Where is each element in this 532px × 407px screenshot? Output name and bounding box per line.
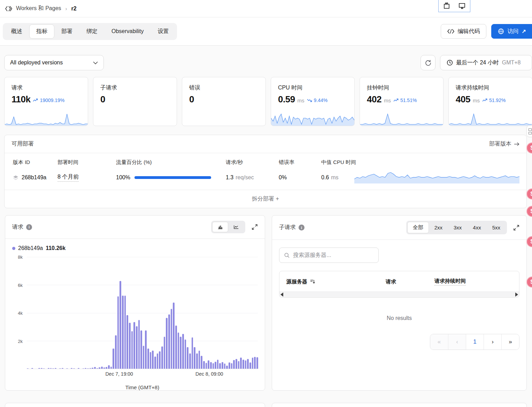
- requests-panel: 请求 i: [5, 215, 265, 391]
- chart-type-toggle: [211, 221, 245, 233]
- deployments-panel: 可用部署 部署版本 版本 ID 部署时间 流量百分比 (%) 请求/秒 错误率 …: [4, 135, 527, 208]
- info-icon[interactable]: i: [299, 225, 304, 230]
- y-axis: 8k 6k 4k 2k: [12, 257, 27, 369]
- traffic-progress-bar: [134, 176, 211, 179]
- visit-button[interactable]: 访问 ↗: [491, 24, 532, 39]
- tab-overview[interactable]: 概述: [4, 24, 29, 39]
- deployments-title: 可用部署: [11, 140, 34, 148]
- req-per-sec-value: 1.3: [226, 174, 233, 181]
- tab-settings[interactable]: 设置: [151, 24, 176, 39]
- metric-label: 请求: [11, 84, 81, 92]
- version-id-value[interactable]: 268b149a: [22, 174, 46, 181]
- next-page-button[interactable]: ›: [484, 334, 501, 350]
- col-version-id: 版本 ID: [13, 159, 57, 166]
- legend-series-total: 110.26k: [46, 245, 65, 251]
- metric-value: 110k: [11, 94, 30, 105]
- extension-toolbar: [438, 0, 470, 12]
- clock-icon: [447, 60, 453, 66]
- median-cpu-value: 0.6: [321, 174, 329, 181]
- clip-capture-button[interactable]: [440, 1, 453, 11]
- deployed-at-value[interactable]: 8 个月前: [57, 173, 79, 182]
- filter-2xx[interactable]: 2xx: [429, 222, 448, 233]
- refresh-button[interactable]: [421, 55, 435, 70]
- filter-5xx[interactable]: 5xx: [487, 222, 506, 233]
- first-page-button[interactable]: «: [430, 334, 448, 350]
- col-duration[interactable]: 请求持续时间: [434, 278, 466, 285]
- scroll-right-arrow[interactable]: [515, 292, 518, 297]
- timezone-label: GMT+8: [502, 60, 521, 66]
- breadcrumb-app[interactable]: Workers 和 Pages: [16, 5, 61, 12]
- origin-search-input[interactable]: [293, 252, 373, 258]
- cpu-sparkline: [271, 113, 354, 126]
- requests-panel-title: 请求: [12, 224, 23, 231]
- error-rate-value: 0%: [279, 174, 321, 181]
- plus-icon: +: [276, 196, 279, 202]
- empty-state-text: No results: [279, 315, 519, 321]
- tab-deployments[interactable]: 部署: [54, 24, 79, 39]
- requests-xticks: Dec 7, 19:00Dec 8, 09:00: [27, 369, 258, 377]
- side-panel-tab[interactable]: [526, 125, 532, 137]
- filter-all[interactable]: 全部: [407, 222, 429, 233]
- deployments-table: 版本 ID 部署时间 流量百分比 (%) 请求/秒 错误率 中值 CPU 时间 …: [5, 153, 526, 190]
- breadcrumb-bar: Workers 和 Pages › r2: [0, 0, 532, 17]
- bottom-panels: 请求 i: [5, 215, 532, 391]
- bar-chart-toggle[interactable]: [212, 222, 228, 232]
- metric-value: 402: [367, 94, 381, 105]
- last-page-button[interactable]: »: [501, 334, 519, 350]
- edit-code-button[interactable]: 编辑代码: [441, 24, 486, 39]
- tab-row: 概述 指标 部署 绑定 Observability 设置 编辑代码 访问 ↗: [0, 17, 532, 46]
- main-content: All deployed versions 最后一个 24 小时 GMT+8: [0, 55, 532, 391]
- pagination: « ‹ 1 › »: [430, 334, 519, 350]
- col-origin[interactable]: 源服务器: [286, 279, 307, 285]
- scroll-left-arrow[interactable]: [280, 292, 283, 297]
- split-deployment-button[interactable]: 拆分部署 +: [5, 190, 526, 208]
- expand-subrequests-icon[interactable]: [513, 225, 519, 231]
- filter-3xx[interactable]: 3xx: [448, 222, 467, 233]
- sort-icon[interactable]: [310, 279, 315, 284]
- prev-page-button[interactable]: ‹: [448, 334, 466, 350]
- requests-bar-chart: 8k 6k 4k 2k: [12, 257, 258, 369]
- metric-card-subrequests: 子请求 0: [93, 77, 177, 126]
- plot-area: [27, 257, 258, 369]
- globe-icon: [498, 28, 504, 34]
- subrequests-panel: 子请求 i 全部 2xx 3xx 4xx 5xx: [272, 215, 527, 391]
- code-icon: [447, 29, 454, 34]
- version-filter-select[interactable]: All deployed versions: [4, 55, 104, 70]
- tab-metrics[interactable]: 指标: [29, 24, 54, 39]
- col-error-rate: 错误率: [279, 159, 321, 166]
- info-icon[interactable]: i: [26, 224, 32, 230]
- line-chart-toggle[interactable]: [228, 222, 244, 232]
- metric-card-cpu-time: CPU 时间 0.59 ms 9.44%: [271, 77, 355, 126]
- col-requests[interactable]: 请求: [386, 278, 434, 285]
- metric-value: 405: [456, 94, 470, 105]
- partial-panel-right: [272, 403, 527, 407]
- filter-4xx[interactable]: 4xx: [467, 222, 486, 233]
- x-axis-title: Time (GMT+8): [12, 384, 258, 390]
- metric-value: 0: [189, 94, 194, 105]
- tab-observability[interactable]: Observability: [105, 25, 151, 38]
- bar-chart-icon: [218, 224, 223, 230]
- screen-capture-button[interactable]: [455, 1, 469, 11]
- metric-card-requests: 请求 110k 19009.19%: [4, 77, 88, 126]
- expand-requests-icon[interactable]: [252, 224, 258, 230]
- tab-bindings[interactable]: 绑定: [79, 24, 105, 39]
- partial-panel-left: [5, 403, 265, 407]
- metric-value: 0.59: [278, 94, 295, 105]
- version-layers-icon: [13, 175, 18, 180]
- metric-label: 挂钟时间: [367, 84, 436, 92]
- chevron-down-icon: [93, 61, 98, 64]
- metric-unit: ms: [384, 97, 391, 103]
- search-icon: [284, 252, 290, 258]
- current-page-indicator: 1: [466, 334, 484, 350]
- metric-label: CPU 时间: [278, 84, 347, 92]
- deploy-versions-link[interactable]: 部署版本: [489, 140, 519, 148]
- requests-bars: [27, 257, 258, 369]
- horizontal-scrollbar[interactable]: [279, 291, 519, 297]
- legend-dot: [12, 247, 15, 250]
- time-range-button[interactable]: 最后一个 24 小时 GMT+8: [440, 55, 532, 70]
- metric-card-duration: 请求持续时间 405 ms 51.92%: [448, 77, 532, 126]
- time-range-value: 最后一个 24 小时: [456, 59, 499, 66]
- page: Workers 和 Pages › r2 概述 指标 部署 绑定 Observa…: [0, 0, 532, 391]
- controls-row: All deployed versions 最后一个 24 小时 GMT+8: [4, 55, 532, 70]
- time-controls: 最后一个 24 小时 GMT+8: [421, 55, 532, 70]
